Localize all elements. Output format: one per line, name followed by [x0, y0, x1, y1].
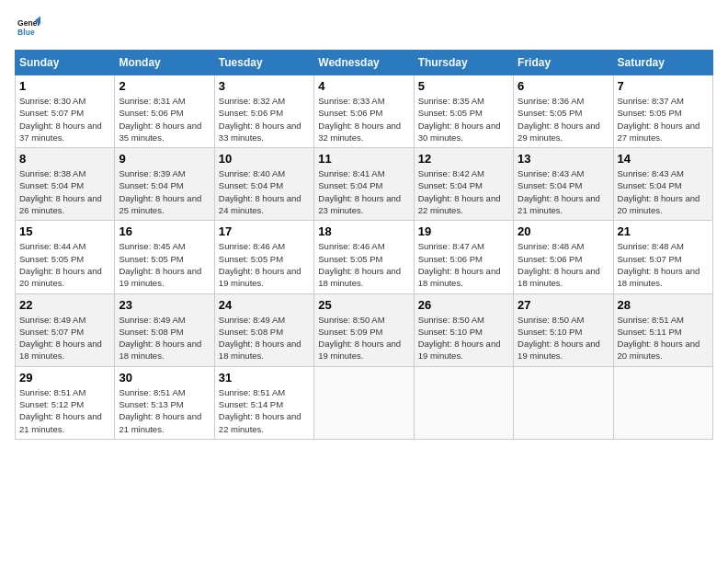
day-info: Sunrise: 8:39 AMSunset: 5:04 PMDaylight:…: [119, 167, 210, 216]
header-thursday: Thursday: [414, 51, 513, 75]
day-info: Sunrise: 8:51 AMSunset: 5:11 PMDaylight:…: [618, 314, 709, 362]
day-number: 27: [518, 298, 609, 312]
day-info: Sunrise: 8:42 AMSunset: 5:04 PMDaylight:…: [418, 167, 509, 216]
calendar-cell: 1Sunrise: 8:30 AMSunset: 5:07 PMDaylight…: [16, 75, 115, 148]
day-number: 16: [119, 224, 210, 238]
calendar-cell: 19Sunrise: 8:47 AMSunset: 5:06 PMDayligh…: [414, 221, 513, 293]
day-number: 6: [518, 79, 609, 93]
calendar-cell: 2Sunrise: 8:31 AMSunset: 5:06 PMDaylight…: [115, 75, 214, 148]
day-number: 29: [19, 371, 110, 385]
day-number: 4: [318, 79, 409, 93]
calendar-cell: 30Sunrise: 8:51 AMSunset: 5:13 PMDayligh…: [115, 366, 214, 439]
calendar-week-row: 22Sunrise: 8:49 AMSunset: 5:07 PMDayligh…: [16, 293, 713, 366]
calendar-cell: [613, 366, 712, 439]
calendar-cell: 31Sunrise: 8:51 AMSunset: 5:14 PMDayligh…: [214, 366, 313, 439]
calendar-week-row: 29Sunrise: 8:51 AMSunset: 5:12 PMDayligh…: [16, 366, 713, 439]
svg-text:Blue: Blue: [17, 28, 35, 37]
day-number: 7: [618, 79, 709, 93]
day-info: Sunrise: 8:50 AMSunset: 5:09 PMDaylight:…: [318, 314, 409, 362]
calendar-cell: 27Sunrise: 8:50 AMSunset: 5:10 PMDayligh…: [514, 293, 613, 366]
calendar-cell: 22Sunrise: 8:49 AMSunset: 5:07 PMDayligh…: [16, 293, 115, 366]
header-friday: Friday: [514, 51, 613, 75]
day-number: 17: [219, 224, 310, 238]
day-number: 13: [518, 152, 609, 166]
day-number: 14: [618, 152, 709, 166]
calendar-cell: 4Sunrise: 8:33 AMSunset: 5:06 PMDaylight…: [314, 75, 414, 148]
day-info: Sunrise: 8:43 AMSunset: 5:04 PMDaylight:…: [518, 167, 609, 216]
day-number: 30: [119, 371, 210, 385]
day-info: Sunrise: 8:40 AMSunset: 5:04 PMDaylight:…: [219, 167, 310, 216]
header-sunday: Sunday: [16, 51, 115, 75]
day-info: Sunrise: 8:48 AMSunset: 5:06 PMDaylight:…: [518, 240, 609, 289]
calendar-cell: [514, 366, 613, 439]
day-info: Sunrise: 8:45 AMSunset: 5:05 PMDaylight:…: [119, 240, 210, 289]
day-info: Sunrise: 8:43 AMSunset: 5:04 PMDaylight:…: [618, 167, 709, 216]
calendar-cell: 29Sunrise: 8:51 AMSunset: 5:12 PMDayligh…: [16, 366, 115, 439]
calendar-cell: 20Sunrise: 8:48 AMSunset: 5:06 PMDayligh…: [514, 221, 613, 293]
page-header: General Blue: [15, 15, 713, 40]
calendar-week-row: 15Sunrise: 8:44 AMSunset: 5:05 PMDayligh…: [16, 221, 713, 293]
header-monday: Monday: [115, 51, 214, 75]
day-info: Sunrise: 8:46 AMSunset: 5:05 PMDaylight:…: [318, 240, 409, 289]
day-info: Sunrise: 8:51 AMSunset: 5:14 PMDaylight:…: [219, 386, 310, 435]
day-info: Sunrise: 8:50 AMSunset: 5:10 PMDaylight:…: [518, 314, 609, 362]
logo-icon: General Blue: [15, 15, 40, 40]
day-number: 8: [19, 152, 110, 166]
calendar-cell: 25Sunrise: 8:50 AMSunset: 5:09 PMDayligh…: [314, 293, 414, 366]
day-info: Sunrise: 8:44 AMSunset: 5:05 PMDaylight:…: [19, 240, 110, 289]
day-number: 9: [119, 152, 210, 166]
day-number: 5: [418, 79, 509, 93]
calendar-cell: 10Sunrise: 8:40 AMSunset: 5:04 PMDayligh…: [214, 148, 313, 221]
calendar-cell: 26Sunrise: 8:50 AMSunset: 5:10 PMDayligh…: [414, 293, 513, 366]
day-number: 19: [418, 224, 509, 238]
day-number: 2: [119, 79, 210, 93]
day-number: 26: [418, 298, 509, 312]
day-info: Sunrise: 8:51 AMSunset: 5:13 PMDaylight:…: [119, 386, 210, 435]
calendar-week-row: 8Sunrise: 8:38 AMSunset: 5:04 PMDaylight…: [16, 148, 713, 221]
calendar-cell: 14Sunrise: 8:43 AMSunset: 5:04 PMDayligh…: [613, 148, 712, 221]
day-number: 24: [219, 298, 310, 312]
calendar-cell: 9Sunrise: 8:39 AMSunset: 5:04 PMDaylight…: [115, 148, 214, 221]
day-info: Sunrise: 8:33 AMSunset: 5:06 PMDaylight:…: [318, 95, 409, 144]
calendar-table: SundayMondayTuesdayWednesdayThursdayFrid…: [15, 50, 713, 440]
day-info: Sunrise: 8:48 AMSunset: 5:07 PMDaylight:…: [618, 240, 709, 289]
day-info: Sunrise: 8:31 AMSunset: 5:06 PMDaylight:…: [119, 95, 210, 144]
day-info: Sunrise: 8:36 AMSunset: 5:05 PMDaylight:…: [518, 95, 609, 144]
day-info: Sunrise: 8:51 AMSunset: 5:12 PMDaylight:…: [19, 386, 110, 435]
day-number: 31: [219, 371, 310, 385]
calendar-cell: 15Sunrise: 8:44 AMSunset: 5:05 PMDayligh…: [16, 221, 115, 293]
day-number: 1: [19, 79, 110, 93]
calendar-cell: [414, 366, 513, 439]
day-number: 12: [418, 152, 509, 166]
calendar-cell: 24Sunrise: 8:49 AMSunset: 5:08 PMDayligh…: [214, 293, 313, 366]
day-number: 11: [318, 152, 409, 166]
calendar-cell: 8Sunrise: 8:38 AMSunset: 5:04 PMDaylight…: [16, 148, 115, 221]
day-info: Sunrise: 8:35 AMSunset: 5:05 PMDaylight:…: [418, 95, 509, 144]
calendar-cell: 3Sunrise: 8:32 AMSunset: 5:06 PMDaylight…: [214, 75, 313, 148]
header-wednesday: Wednesday: [314, 51, 414, 75]
calendar-header-row: SundayMondayTuesdayWednesdayThursdayFrid…: [16, 51, 713, 75]
day-number: 3: [219, 79, 310, 93]
logo: General Blue: [15, 15, 44, 40]
calendar-cell: 28Sunrise: 8:51 AMSunset: 5:11 PMDayligh…: [613, 293, 712, 366]
calendar-cell: 13Sunrise: 8:43 AMSunset: 5:04 PMDayligh…: [514, 148, 613, 221]
day-info: Sunrise: 8:49 AMSunset: 5:08 PMDaylight:…: [219, 314, 310, 362]
day-info: Sunrise: 8:38 AMSunset: 5:04 PMDaylight:…: [19, 167, 110, 216]
day-info: Sunrise: 8:49 AMSunset: 5:07 PMDaylight:…: [19, 314, 110, 362]
day-info: Sunrise: 8:50 AMSunset: 5:10 PMDaylight:…: [418, 314, 509, 362]
day-number: 20: [518, 224, 609, 238]
day-info: Sunrise: 8:47 AMSunset: 5:06 PMDaylight:…: [418, 240, 509, 289]
calendar-cell: [314, 366, 414, 439]
header-tuesday: Tuesday: [214, 51, 313, 75]
day-info: Sunrise: 8:30 AMSunset: 5:07 PMDaylight:…: [19, 95, 110, 144]
day-number: 15: [19, 224, 110, 238]
day-info: Sunrise: 8:49 AMSunset: 5:08 PMDaylight:…: [119, 314, 210, 362]
day-info: Sunrise: 8:46 AMSunset: 5:05 PMDaylight:…: [219, 240, 310, 289]
day-number: 23: [119, 298, 210, 312]
day-info: Sunrise: 8:37 AMSunset: 5:05 PMDaylight:…: [618, 95, 709, 144]
day-number: 22: [19, 298, 110, 312]
calendar-cell: 23Sunrise: 8:49 AMSunset: 5:08 PMDayligh…: [115, 293, 214, 366]
day-info: Sunrise: 8:41 AMSunset: 5:04 PMDaylight:…: [318, 167, 409, 216]
day-info: Sunrise: 8:32 AMSunset: 5:06 PMDaylight:…: [219, 95, 310, 144]
calendar-cell: 16Sunrise: 8:45 AMSunset: 5:05 PMDayligh…: [115, 221, 214, 293]
